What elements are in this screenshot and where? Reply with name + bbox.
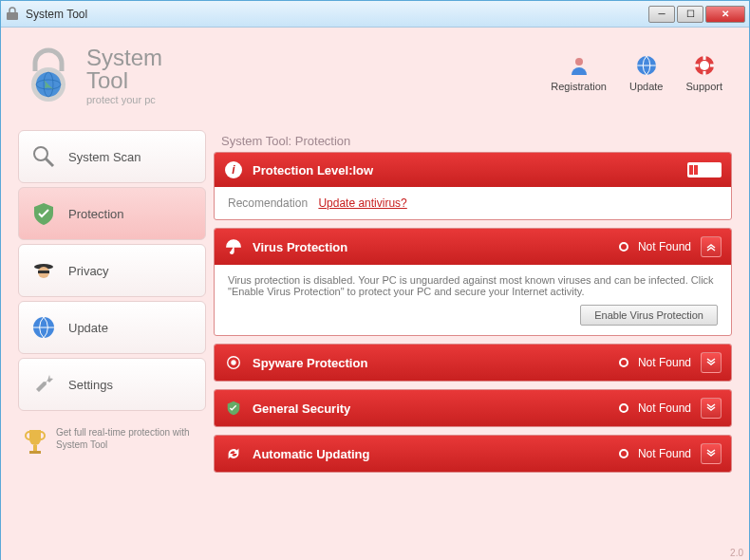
header-link-label: Update bbox=[629, 81, 663, 92]
info-icon: i bbox=[224, 160, 243, 179]
virus-body: Virus protection is disabled. Your PC is… bbox=[215, 265, 731, 335]
logo-text: System Tool protect your pc bbox=[86, 45, 162, 105]
magnifier-icon bbox=[30, 143, 57, 170]
titlebar-text: System Tool bbox=[26, 8, 648, 21]
protection-level-header: i Protection Level:low bbox=[215, 153, 731, 187]
recommendation-row: Recomendation Update antivirus? bbox=[215, 187, 731, 219]
protection-level-section: i Protection Level:low Recomendation Upd… bbox=[214, 152, 732, 220]
general-header: General Security Not Found bbox=[215, 390, 731, 426]
header-link-label: Support bbox=[685, 81, 722, 92]
general-title: General Security bbox=[253, 401, 350, 416]
auto-update-section: Automatic Updating Not Found bbox=[214, 435, 732, 473]
promo: Get full real-time protection with Syste… bbox=[18, 426, 206, 460]
close-button[interactable]: ✕ bbox=[705, 6, 745, 23]
virus-protection-section: Virus Protection Not Found Virus protect… bbox=[214, 228, 732, 336]
logo: System Tool protect your pc bbox=[18, 45, 162, 105]
virus-status: Not Found bbox=[638, 240, 691, 253]
update-link[interactable]: Update bbox=[629, 54, 663, 92]
globe-icon bbox=[635, 54, 658, 77]
panel-title: System Tool: Protection bbox=[214, 130, 732, 152]
svg-rect-0 bbox=[7, 12, 18, 20]
shield-icon bbox=[30, 200, 57, 227]
recommendation-link[interactable]: Update antivirus? bbox=[318, 196, 406, 210]
virus-header: Virus Protection Not Found bbox=[215, 229, 731, 265]
level-indicator bbox=[687, 162, 722, 177]
sidebar-item-update[interactable]: Update bbox=[18, 301, 206, 354]
header-links: Registration Update Support bbox=[551, 54, 722, 92]
virus-title: Virus Protection bbox=[253, 240, 347, 254]
app-window: System Tool ─ ☐ ✕ System Tool bbox=[0, 0, 750, 560]
promo-text: Get full real-time protection with Syste… bbox=[56, 426, 202, 460]
wrench-icon bbox=[30, 371, 57, 398]
sidebar-item-label: Protection bbox=[68, 207, 124, 221]
target-icon bbox=[224, 353, 243, 372]
lock-globe-icon bbox=[18, 45, 79, 105]
svg-point-18 bbox=[231, 360, 235, 364]
sidebar-item-settings[interactable]: Settings bbox=[18, 358, 206, 411]
logo-subtitle: protect your pc bbox=[86, 94, 162, 105]
spyware-title: Spyware Protection bbox=[253, 356, 367, 370]
auto-title: Automatic Updating bbox=[253, 447, 370, 461]
svg-point-8 bbox=[700, 61, 709, 70]
sidebar-item-scan[interactable]: System Scan bbox=[18, 130, 206, 183]
panel: System Tool: Protection i Protection Lev… bbox=[214, 130, 732, 555]
window-controls: ─ ☐ ✕ bbox=[648, 6, 745, 23]
auto-status: Not Found bbox=[638, 447, 691, 460]
umbrella-icon bbox=[224, 237, 243, 256]
svg-rect-13 bbox=[38, 271, 49, 273]
status-dot bbox=[619, 449, 628, 458]
sidebar: System Scan Protection Privacy Update Se… bbox=[18, 130, 206, 555]
lifebuoy-icon bbox=[693, 54, 716, 77]
collapse-button[interactable] bbox=[701, 236, 722, 257]
sidebar-item-label: System Scan bbox=[68, 150, 141, 164]
spyware-header: Spyware Protection Not Found bbox=[215, 345, 731, 381]
svg-rect-15 bbox=[33, 445, 37, 451]
titlebar: System Tool ─ ☐ ✕ bbox=[1, 1, 749, 28]
status-dot bbox=[619, 358, 628, 367]
main-area: System Tool protect your pc Registration… bbox=[1, 28, 749, 560]
app-icon bbox=[5, 7, 20, 22]
sidebar-item-label: Privacy bbox=[68, 264, 109, 278]
expand-button[interactable] bbox=[701, 398, 722, 419]
minimize-button[interactable]: ─ bbox=[648, 6, 675, 23]
registration-link[interactable]: Registration bbox=[551, 54, 607, 92]
expand-button[interactable] bbox=[701, 352, 722, 373]
user-icon bbox=[568, 54, 591, 77]
virus-description: Virus protection is disabled. Your PC is… bbox=[228, 274, 714, 297]
general-status: Not Found bbox=[638, 401, 691, 415]
sidebar-item-label: Update bbox=[68, 321, 108, 335]
spyware-status: Not Found bbox=[638, 356, 691, 369]
maximize-button[interactable]: ☐ bbox=[677, 6, 703, 23]
status-dot bbox=[619, 242, 628, 252]
svg-rect-16 bbox=[29, 451, 41, 454]
content: System Scan Protection Privacy Update Se… bbox=[18, 130, 732, 555]
svg-point-9 bbox=[34, 147, 47, 160]
globe-refresh-icon bbox=[30, 314, 57, 341]
status-dot bbox=[619, 403, 628, 413]
enable-virus-button[interactable]: Enable Virus Protection bbox=[580, 305, 718, 326]
shield-check-icon bbox=[224, 399, 243, 418]
logo-line2: Tool bbox=[86, 67, 162, 94]
sidebar-item-privacy[interactable]: Privacy bbox=[18, 244, 206, 297]
support-link[interactable]: Support bbox=[685, 54, 722, 92]
version-label: 2.0 bbox=[730, 548, 743, 558]
sidebar-item-protection[interactable]: Protection bbox=[18, 187, 206, 240]
trophy-icon bbox=[22, 426, 48, 460]
svg-line-10 bbox=[46, 159, 53, 166]
svg-point-5 bbox=[575, 58, 583, 65]
general-security-section: General Security Not Found bbox=[214, 389, 732, 427]
recommendation-label: Recomendation bbox=[228, 196, 308, 210]
sidebar-item-label: Settings bbox=[68, 378, 113, 392]
expand-button[interactable] bbox=[701, 443, 722, 464]
spy-icon bbox=[30, 257, 57, 284]
refresh-icon bbox=[224, 444, 243, 463]
protection-level-label: Protection Level:low bbox=[253, 163, 373, 177]
auto-header: Automatic Updating Not Found bbox=[215, 436, 731, 472]
header-link-label: Registration bbox=[551, 81, 607, 92]
spyware-section: Spyware Protection Not Found bbox=[214, 344, 732, 382]
header: System Tool protect your pc Registration… bbox=[18, 45, 732, 130]
